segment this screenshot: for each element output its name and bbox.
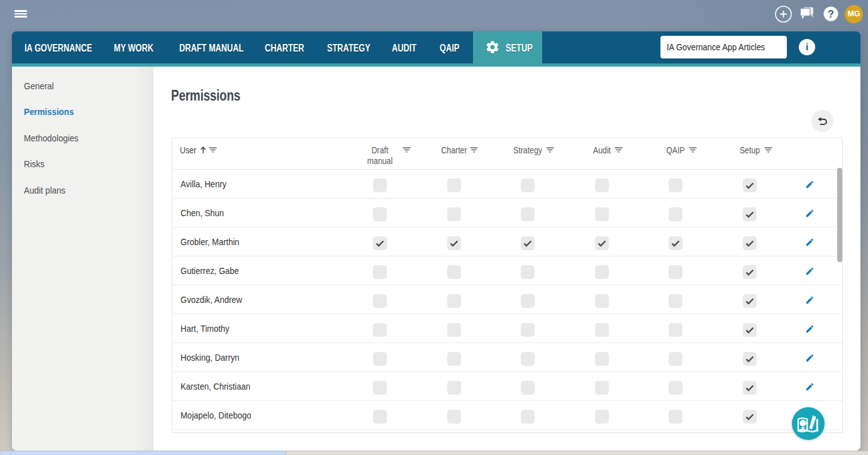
svg-text:?: ?	[828, 9, 834, 19]
